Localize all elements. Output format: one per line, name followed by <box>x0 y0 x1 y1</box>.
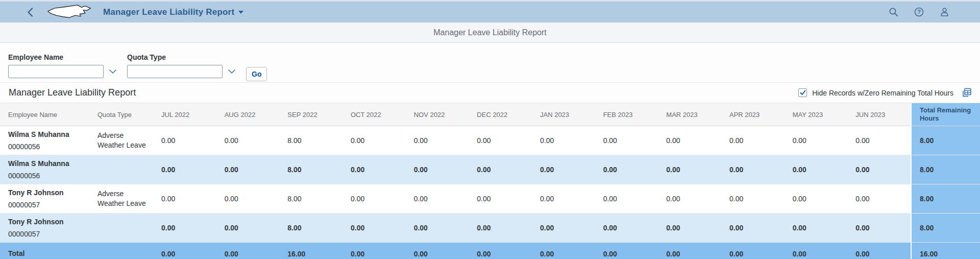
cell-total-remaining-hours: 16.00 <box>911 243 980 259</box>
cell-month-11: 0.00 <box>847 155 911 184</box>
column-header-month-10[interactable]: MAY 2023 <box>785 103 848 126</box>
chevron-down-icon[interactable] <box>109 65 116 78</box>
table-row: Tony R Johnson00000057Adverse Weather Le… <box>0 184 980 214</box>
back-button[interactable] <box>24 5 36 19</box>
cell-month-11: 0.00 <box>847 184 911 213</box>
cell-month-2: 16.00 <box>279 243 342 259</box>
cell-month-5: 0.00 <box>469 214 532 242</box>
report-toolbar: Hide Records w/Zero Remaining Total Hour… <box>798 87 973 99</box>
user-icon <box>940 7 949 17</box>
chevron-down-icon <box>238 11 243 14</box>
cell-month-9: 0.00 <box>721 126 785 155</box>
table-row: Tony R Johnson000000570.000.008.000.000.… <box>0 214 980 243</box>
cell-employee: Tony R Johnson00000057 <box>0 214 89 242</box>
cell-month-7: 0.00 <box>595 243 658 259</box>
cell-month-1: 0.00 <box>216 155 280 184</box>
table-body: Wilma S Muhanna00000056Adverse Weather L… <box>0 126 980 259</box>
cell-employee: Tony R Johnson00000057 <box>0 184 89 213</box>
page-header: Manager Leave Liability Report <box>0 22 980 43</box>
hide-zero-checkbox-group[interactable]: Hide Records w/Zero Remaining Total Hour… <box>798 88 953 97</box>
help-button[interactable]: ? <box>913 6 925 18</box>
cell-month-1: 0.00 <box>216 243 280 259</box>
column-header-month-4[interactable]: NOV 2022 <box>406 103 469 126</box>
cell-month-9: 0.00 <box>721 243 785 259</box>
checkmark-icon <box>800 90 806 96</box>
column-header-month-8[interactable]: MAR 2023 <box>658 103 721 126</box>
column-header-month-6[interactable]: JAN 2023 <box>532 103 595 126</box>
cell-employee: Wilma S Muhanna00000056 <box>0 155 89 184</box>
cell-month-6: 0.00 <box>532 155 595 184</box>
cell-month-2: 8.00 <box>279 126 342 155</box>
cell-month-3: 0.00 <box>342 126 406 155</box>
export-button[interactable] <box>961 87 973 99</box>
cell-month-2: 8.00 <box>279 184 342 213</box>
cell-month-1: 0.00 <box>216 214 280 242</box>
cell-total-remaining-hours: 8.00 <box>911 126 980 155</box>
chevron-down-icon[interactable] <box>228 65 235 78</box>
shell-actions: ? <box>888 6 950 18</box>
cell-month-9: 0.00 <box>721 184 785 213</box>
go-button[interactable]: Go <box>246 67 267 81</box>
hide-zero-checkbox[interactable] <box>798 88 807 97</box>
cell-total-remaining-hours: 8.00 <box>911 184 980 213</box>
table-row: Wilma S Muhanna00000056Adverse Weather L… <box>0 126 980 155</box>
cell-month-1: 0.00 <box>216 184 280 213</box>
quota-type-label: Quota Type <box>127 53 223 61</box>
employee-name-label: Employee Name <box>8 53 104 61</box>
quota-type-combobox[interactable] <box>127 65 223 78</box>
cell-month-8: 0.00 <box>658 243 721 259</box>
cell-month-0: 0.00 <box>153 184 216 213</box>
back-icon <box>27 7 34 17</box>
cell-month-5: 0.00 <box>469 155 532 184</box>
column-header-month-5[interactable]: DEC 2022 <box>469 103 532 126</box>
user-menu-button[interactable] <box>939 6 950 18</box>
cell-month-10: 0.00 <box>785 243 848 259</box>
cell-month-4: 0.00 <box>406 214 469 242</box>
cell-month-8: 0.00 <box>658 184 721 213</box>
table-header-row: Employee NameQuota TypeJUL 2022AUG 2022S… <box>0 103 980 126</box>
cell-month-0: 0.00 <box>153 243 216 259</box>
cell-month-9: 0.00 <box>721 155 785 184</box>
cell-month-7: 0.00 <box>595 126 658 155</box>
column-header-quota-type[interactable]: Quota Type <box>89 103 153 126</box>
column-header-month-1[interactable]: AUG 2022 <box>216 103 280 126</box>
quota-type-input[interactable] <box>128 65 228 78</box>
cell-quota-type <box>89 243 153 259</box>
cell-month-4: 0.00 <box>406 126 469 155</box>
cell-month-11: 0.00 <box>847 243 911 259</box>
cell-month-4: 0.00 <box>406 184 469 213</box>
cell-month-6: 0.00 <box>532 243 595 259</box>
cell-month-3: 0.00 <box>342 243 406 259</box>
export-to-spreadsheet-icon <box>962 88 972 98</box>
cell-month-5: 0.00 <box>469 184 532 213</box>
cell-month-6: 0.00 <box>532 214 595 242</box>
cell-total-remaining-hours: 8.00 <box>911 214 980 242</box>
cell-month-8: 0.00 <box>658 126 721 155</box>
personnel-number: 00000056 <box>8 171 85 181</box>
employee-name-input[interactable] <box>9 65 109 78</box>
column-header-total-remaining-hours[interactable]: Total Remaining Hours <box>911 103 980 126</box>
employee-name: Wilma S Muhanna <box>8 159 85 169</box>
cell-month-1: 0.00 <box>216 126 280 155</box>
column-header-month-2[interactable]: SEP 2022 <box>279 103 342 126</box>
column-header-month-7[interactable]: FEB 2023 <box>595 103 658 126</box>
cell-month-5: 0.00 <box>469 243 532 259</box>
app-title-menu[interactable]: Manager Leave Liability Report <box>103 7 243 17</box>
column-header-employee-name[interactable]: Employee Name <box>0 103 89 126</box>
help-icon: ? <box>914 7 924 17</box>
column-header-month-11[interactable]: JUN 2023 <box>847 103 911 126</box>
cell-month-10: 0.00 <box>785 155 848 184</box>
employee-name: Tony R Johnson <box>8 188 85 198</box>
quota-type-filter: Quota Type <box>127 53 223 78</box>
cell-month-0: 0.00 <box>153 155 216 184</box>
employee-name-combobox[interactable] <box>8 65 104 78</box>
total-label: Total <box>8 249 85 258</box>
hide-zero-label: Hide Records w/Zero Remaining Total Hour… <box>812 89 953 97</box>
column-header-month-9[interactable]: APR 2023 <box>721 103 785 126</box>
cell-month-7: 0.00 <box>595 184 658 213</box>
search-button[interactable] <box>888 6 899 18</box>
column-header-month-0[interactable]: JUL 2022 <box>153 103 216 126</box>
employee-name: Tony R Johnson <box>8 217 85 227</box>
cell-month-2: 8.00 <box>279 214 342 242</box>
column-header-month-3[interactable]: OCT 2022 <box>342 103 406 126</box>
